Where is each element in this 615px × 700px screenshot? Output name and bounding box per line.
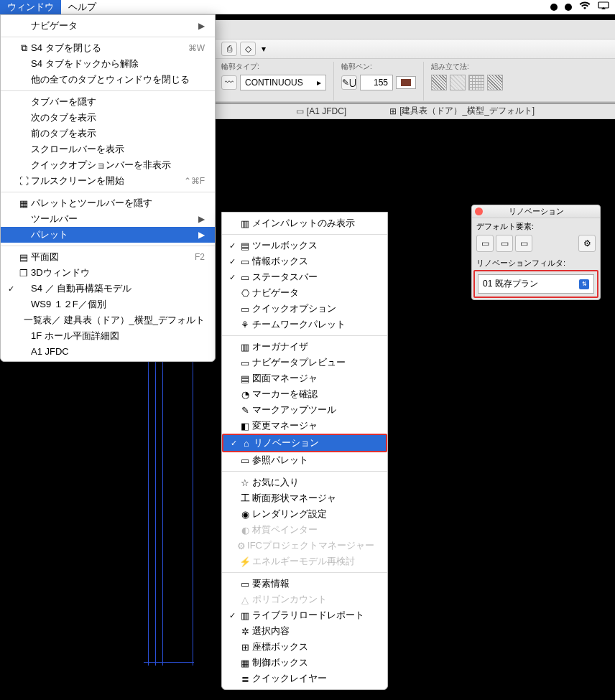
menu-hide-tabbar[interactable]: タブバーを隠す xyxy=(1,94,215,110)
default-element-label: デフォルト要素: xyxy=(476,222,534,230)
default-element-section: デフォルト要素: ▭ ▭ ▭ ⚙ xyxy=(472,218,600,255)
menu-s4-rebuild[interactable]: ✓ S4 ／ 自動再構築モデル xyxy=(1,281,215,297)
filter-highlight-frame: 01 既存プラン ⇅ xyxy=(473,270,598,298)
control-icon: ▦ xyxy=(238,658,252,668)
library-icon: ▥ xyxy=(238,610,252,621)
submenu-quick-layer[interactable]: ≣クイックレイヤー xyxy=(222,671,387,686)
palette-icon: ▦ xyxy=(17,198,31,209)
outline-pen-label: 輪郭ペン: xyxy=(341,62,416,72)
field-outline-type: 輪郭タイプ: 〰 CONTINUOUS ▸ xyxy=(221,62,333,101)
teamwork-icon: ⚘ xyxy=(238,319,252,330)
status-demolish-button[interactable]: ▭ xyxy=(496,235,513,252)
status-existing-button[interactable]: ▭ xyxy=(476,235,494,252)
palette-title: リノベーション xyxy=(509,206,564,217)
menu-window[interactable]: ウィンドウ xyxy=(0,0,61,15)
cube-icon: ❒ xyxy=(17,268,31,279)
close-tab-icon: ⧉ xyxy=(17,42,31,54)
status-dot-icon xyxy=(550,4,558,11)
settings-button[interactable]: ⚙ xyxy=(578,235,596,252)
submenu-arrow-icon: ▶ xyxy=(198,230,205,240)
menu-palettes[interactable]: パレット ▶ xyxy=(1,227,215,243)
submenu-ifc-mgr: ⚙IFCプロジェクトマネージャー xyxy=(222,538,387,554)
submenu-quickoption[interactable]: ▭クイックオプション xyxy=(222,301,387,317)
submenu-organizer[interactable]: ▥オーガナイザ xyxy=(222,339,387,355)
table-icon: ⊞ xyxy=(389,106,397,116)
menu-show-scrollbar[interactable]: スクロールバーを表示 xyxy=(1,141,215,157)
renovation-palette: リノベーション デフォルト要素: ▭ ▭ ▭ ⚙ リノベーションフィルタ: 01… xyxy=(471,205,601,300)
renovation-icon: ⌂ xyxy=(239,438,254,449)
menu-hide-palettes[interactable]: ▦ パレットとツールバーを隠す xyxy=(1,195,215,211)
linetype-icon[interactable]: 〰 xyxy=(221,75,237,90)
status-dot-icon xyxy=(565,4,572,11)
menu-fullscreen[interactable]: ⛶ フルスクリーンを開始 ⌃⌘F xyxy=(1,173,215,189)
tab-a1-jfdc[interactable]: ▭ [A1 JFDC] xyxy=(296,106,346,116)
menu-toolbars[interactable]: ツールバー ▶ xyxy=(1,211,215,227)
submenu-renovation[interactable]: ✓⌂リノベーション xyxy=(223,435,386,451)
chevron-down-icon[interactable]: ▾ xyxy=(259,44,269,54)
submenu-main-only[interactable]: ▥メインパレットのみ表示 xyxy=(222,215,387,231)
status-new-button[interactable]: ▭ xyxy=(515,235,532,252)
chevron-updown-icon: ⇅ xyxy=(579,279,589,289)
submenu-coord-box[interactable]: ⊞座標ボックス xyxy=(222,639,387,655)
submenu-check-markers[interactable]: ◔マーカーを確認 xyxy=(222,386,387,402)
menu-floor-plan[interactable]: ▤ 平面図 F2 xyxy=(1,249,215,265)
filter-value: 01 既存プラン xyxy=(483,278,538,290)
reference-icon: ▭ xyxy=(238,455,252,466)
ifc-icon: ⚙ xyxy=(236,541,247,551)
pen-color-swatch[interactable] xyxy=(396,76,416,89)
hatch-1-button[interactable] xyxy=(431,75,447,90)
hatch-4-button[interactable] xyxy=(487,75,503,90)
menu-hide-quickoptions[interactable]: クイックオプションバーを非表示 xyxy=(1,157,215,173)
menu-ws9[interactable]: WS9 １２F／個別 xyxy=(1,297,215,312)
submenu-change-mgr[interactable]: ◧変更マネージャ xyxy=(222,418,387,434)
submenu-arrow-icon: ▶ xyxy=(198,214,205,224)
chevron-right-icon: ▸ xyxy=(317,78,321,88)
renovation-highlight-frame: ✓⌂リノベーション xyxy=(222,434,387,452)
menu-schedule[interactable]: 一覧表／ 建具表（ドア）_横型_デフォルト xyxy=(1,312,215,328)
submenu-selection[interactable]: ✲選択内容 xyxy=(222,623,387,639)
submenu-toolbox[interactable]: ✓▤ツールボックス xyxy=(222,238,387,253)
menu-close-s4-tab[interactable]: ⧉ S4 タブを閉じる ⌘W xyxy=(1,40,215,56)
submenu-render-settings[interactable]: ◉レンダリング設定 xyxy=(222,506,387,522)
palette-titlebar[interactable]: リノベーション xyxy=(472,205,600,218)
menu-a1-jfdc[interactable]: A1 JFDC xyxy=(1,344,215,358)
submenu-drawing-mgr[interactable]: ▤図面マネージャ xyxy=(222,370,387,386)
menu-hall-detail[interactable]: 1F ホール平面詳細図 xyxy=(1,328,215,344)
pen-icon[interactable]: ✎⋃ xyxy=(341,75,357,90)
construction-label: 組み立て法: xyxy=(431,62,503,72)
palette-close-button[interactable] xyxy=(475,207,483,215)
submenu-lib-load-report[interactable]: ✓▥ライブラリロードレポート xyxy=(222,607,387,623)
menu-show-prev-tab[interactable]: 前のタブを表示 xyxy=(1,126,215,141)
menu-navigator[interactable]: ナビゲータ ▶ xyxy=(1,18,215,34)
navigator-icon: ⎔ xyxy=(238,288,252,299)
hatch-2-button[interactable] xyxy=(450,75,466,90)
submenu-statusbar[interactable]: ✓▭ステータスバー xyxy=(222,269,387,285)
menu-close-all-others[interactable]: 他の全てのタブとウィンドウを閉じる xyxy=(1,72,215,88)
tool-icon[interactable]: ◇ xyxy=(240,42,256,56)
submenu-markup[interactable]: ✎マークアップツール xyxy=(222,402,387,418)
outline-type-combo[interactable]: CONTINUOUS ▸ xyxy=(240,75,326,90)
submenu-material-painter: ◐材質ペインター xyxy=(222,522,387,538)
menu-show-next-tab[interactable]: 次のタブを表示 xyxy=(1,110,215,126)
renovation-filter-select[interactable]: 01 既存プラン ⇅ xyxy=(478,274,594,294)
menubar: ウィンドウ ヘルプ xyxy=(0,0,615,14)
menu-undock-s4[interactable]: S4 タブをドックから解除 xyxy=(1,56,215,72)
menu-3d-window[interactable]: ❒ 3Dウィンドウ xyxy=(1,265,215,281)
submenu-element-info[interactable]: ▭要素情報 xyxy=(222,576,387,592)
submenu-control-box[interactable]: ▦制御ボックス xyxy=(222,655,387,671)
submenu-ref-palette[interactable]: ▭参照パレット xyxy=(222,452,387,468)
submenu-navigator[interactable]: ⎔ナビゲータ xyxy=(222,285,387,301)
tool-icon[interactable]: ⎙ xyxy=(221,42,237,56)
menu-help[interactable]: ヘルプ xyxy=(61,0,103,15)
polycount-icon: △ xyxy=(238,594,252,605)
hatch-3-button[interactable] xyxy=(468,75,484,90)
outline-pen-value[interactable]: 155 xyxy=(360,75,393,90)
field-outline-pen: 輪郭ペン: ✎⋃ 155 xyxy=(333,62,423,101)
submenu-favorites[interactable]: ☆お気に入り xyxy=(222,475,387,490)
submenu-nav-preview[interactable]: ▭ナビゲータプレビュー xyxy=(222,355,387,370)
submenu-teamwork[interactable]: ⚘チームワークパレット xyxy=(222,317,387,332)
tab-schedule[interactable]: ⊞ [建具表（ドア）_横型_デフォルト] xyxy=(389,105,535,117)
submenu-arrow-icon: ▶ xyxy=(198,21,205,31)
submenu-profile-mgr[interactable]: 工断面形状マネージャ xyxy=(222,490,387,506)
submenu-infobox[interactable]: ✓▭情報ボックス xyxy=(222,253,387,269)
